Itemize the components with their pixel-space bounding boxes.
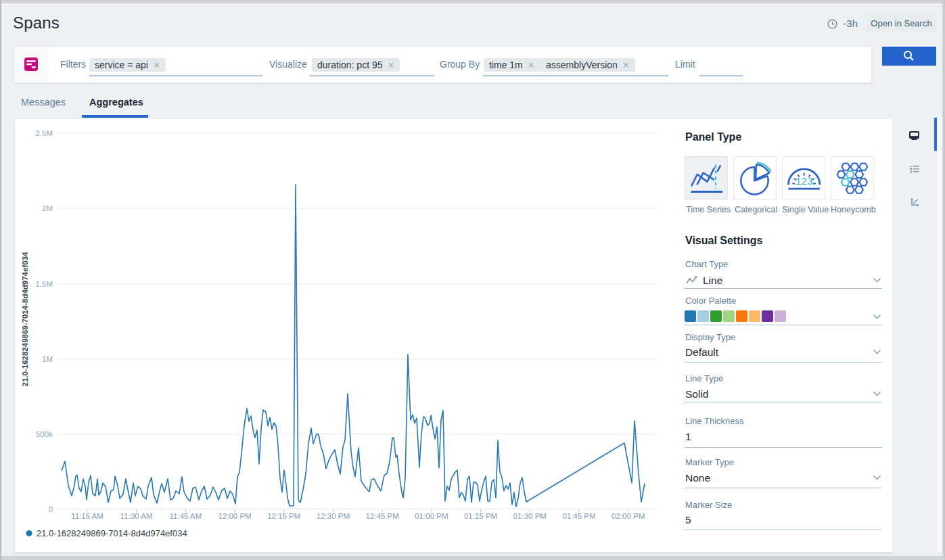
svg-text:500k: 500k [36,430,53,438]
svg-text:1M: 1M [42,355,53,363]
svg-text:1.5M: 1.5M [35,280,53,288]
svg-text:11:15 AM: 11:15 AM [71,512,103,520]
svg-text:01:30 PM: 01:30 PM [513,512,547,520]
svg-text:21.0-1628249869-7014-8d4d974ef: 21.0-1628249869-7014-8d4d974ef034 [21,252,29,386]
svg-text:11:30 AM: 11:30 AM [120,512,153,520]
svg-text:12:30 PM: 12:30 PM [317,512,350,520]
svg-text:02:00 PM: 02:00 PM [612,512,645,520]
svg-text:01:15 PM: 01:15 PM [464,512,497,520]
svg-text:0: 0 [49,505,53,513]
svg-text:21.0-1628249869-7014-8d4d974ef: 21.0-1628249869-7014-8d4d974ef034 [37,528,187,538]
svg-text:12:15 PM: 12:15 PM [267,512,300,520]
svg-text:12:45 PM: 12:45 PM [366,512,399,520]
svg-text:01:45 PM: 01:45 PM [562,512,595,520]
svg-text:123: 123 [796,176,813,187]
svg-text:2M: 2M [42,204,53,212]
svg-text:2.5M: 2.5M [35,129,53,137]
svg-text:01:00 PM: 01:00 PM [415,512,448,520]
svg-text:12:00 PM: 12:00 PM [218,512,251,520]
svg-text:11:45 AM: 11:45 AM [170,512,202,520]
